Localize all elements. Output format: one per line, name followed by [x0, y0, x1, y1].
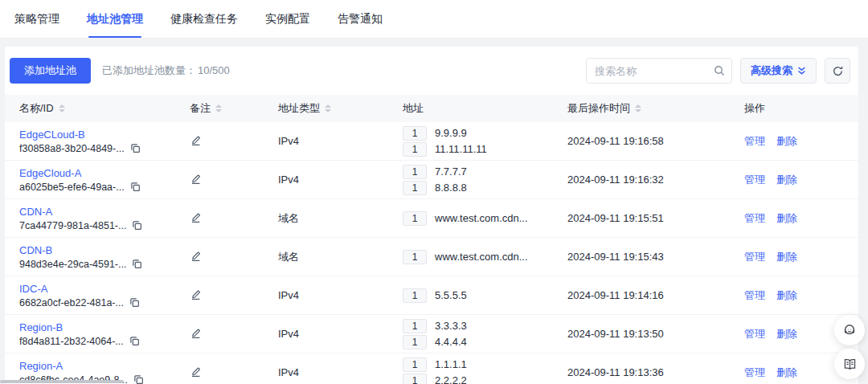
- tab[interactable]: 健康检查任务: [170, 0, 238, 38]
- address-type: IPv4: [264, 135, 388, 147]
- delete-link[interactable]: 删除: [776, 211, 797, 226]
- weight-badge: 1: [403, 181, 427, 195]
- table-row: CDN-B 948d3e4e-29ca-4591-...: [5, 238, 858, 276]
- address-value: www.test.com.cdn...: [435, 212, 528, 224]
- pool-count-label: 已添加地址池数量：: [102, 64, 196, 76]
- address-pool-panel: 添加地址池 已添加地址池数量：10/500 高级搜索: [5, 47, 858, 384]
- address-value: 1.1.1.1: [435, 358, 467, 370]
- copy-icon[interactable]: [130, 143, 141, 153]
- edit-note-icon[interactable]: [190, 366, 202, 378]
- address-entry: 1 www.test.com.cdn...: [403, 250, 553, 264]
- address-value: 3.3.3.3: [435, 320, 467, 332]
- address-entry: 1 2.2.2.2: [403, 374, 553, 384]
- address-entry: 1 3.3.3.3: [403, 319, 553, 333]
- table-header-row: 名称/ID 备注 地址类型 地址 最后操作时间: [5, 95, 858, 122]
- sort-icon[interactable]: [635, 104, 641, 112]
- double-chevron-down-icon: [797, 66, 806, 76]
- edit-note-icon[interactable]: [190, 288, 202, 300]
- customer-service-button[interactable]: [834, 315, 865, 345]
- tab[interactable]: 策略管理: [14, 0, 59, 38]
- sort-icon[interactable]: [325, 104, 331, 112]
- delete-link[interactable]: 删除: [776, 134, 797, 149]
- pool-id: 6682a0cf-eb22-481a-...: [19, 297, 124, 308]
- delete-link[interactable]: 删除: [776, 366, 797, 380]
- address-value: 7.7.7.7: [435, 165, 467, 178]
- tab[interactable]: 实例配置: [265, 0, 310, 38]
- manage-link[interactable]: 管理: [744, 211, 765, 226]
- pool-id: f8d4a811-2b32-4064-...: [19, 336, 124, 347]
- sort-icon[interactable]: [215, 104, 222, 112]
- copy-icon[interactable]: [132, 259, 142, 269]
- address-list: 1 7.7.7.7 1 8.8.8.8: [388, 163, 553, 197]
- column-header-label: 最后操作时间: [567, 101, 630, 116]
- copy-icon[interactable]: [129, 297, 140, 308]
- delete-link[interactable]: 删除: [776, 327, 797, 341]
- add-pool-button[interactable]: 添加地址池: [10, 58, 91, 84]
- horizontal-scrollbar[interactable]: [0, 380, 124, 383]
- toolbar: 添加地址池 已添加地址池数量：10/500 高级搜索: [5, 47, 858, 95]
- search-input[interactable]: [595, 65, 714, 77]
- pool-name-link[interactable]: IDC-A: [19, 283, 175, 295]
- column-header-label: 名称/ID: [19, 101, 54, 116]
- edit-note-icon[interactable]: [190, 211, 202, 223]
- address-list: 1 www.test.com.cdn...: [388, 248, 553, 266]
- copy-icon[interactable]: [133, 374, 144, 384]
- address-list: 1 1.1.1.1 1 2.2.2.2: [388, 356, 553, 384]
- pool-count: 已添加地址池数量：10/500: [102, 63, 230, 78]
- table-row: EdgeCLoud-B f30858a8-3b20-4849-...: [5, 122, 858, 161]
- manage-link[interactable]: 管理: [744, 173, 765, 187]
- delete-link[interactable]: 删除: [776, 288, 797, 303]
- column-header[interactable]: 操作: [730, 101, 858, 116]
- weight-badge: 1: [403, 142, 427, 157]
- address-type: IPv4: [264, 366, 388, 378]
- pool-name-link[interactable]: CDN-B: [19, 244, 175, 256]
- last-operation-time: 2024-09-11 19:14:16: [553, 289, 730, 301]
- tab-label: 策略管理: [14, 12, 59, 27]
- tab[interactable]: 地址池管理: [87, 0, 143, 38]
- delete-link[interactable]: 删除: [776, 173, 797, 187]
- address-type: IPv4: [264, 328, 388, 340]
- column-header[interactable]: 备注: [175, 101, 264, 116]
- address-list: 1 9.9.9.9 1 11.11.11.11: [388, 125, 553, 158]
- manage-link[interactable]: 管理: [744, 327, 765, 341]
- tab-label: 健康检查任务: [170, 12, 238, 27]
- refresh-button[interactable]: [825, 58, 850, 84]
- column-header[interactable]: 地址类型: [264, 101, 388, 116]
- column-header[interactable]: 地址: [388, 101, 553, 116]
- column-header-label: 地址: [403, 101, 424, 116]
- docs-button[interactable]: [834, 349, 865, 379]
- pool-name-link[interactable]: EdgeCloud-A: [19, 167, 175, 179]
- sort-icon[interactable]: [59, 104, 65, 112]
- edit-note-icon[interactable]: [190, 250, 202, 262]
- pool-id: a6025be5-efe6-49aa-...: [19, 182, 125, 193]
- pool-name-link[interactable]: EdgeCLoud-B: [19, 129, 175, 141]
- advanced-search-label: 高级搜索: [751, 63, 792, 78]
- column-header[interactable]: 最后操作时间: [553, 101, 730, 116]
- copy-icon[interactable]: [132, 220, 142, 231]
- edit-note-icon[interactable]: [190, 134, 202, 146]
- advanced-search-button[interactable]: 高级搜索: [740, 58, 817, 84]
- edit-note-icon[interactable]: [190, 327, 202, 339]
- table-row: Region-B f8d4a811-2b32-4064-...: [5, 315, 858, 353]
- manage-link[interactable]: 管理: [744, 250, 765, 264]
- search-box: [586, 58, 732, 84]
- copy-icon[interactable]: [130, 182, 141, 192]
- pool-id: 7ca44779-981a-4851-...: [19, 220, 126, 231]
- address-entry: 1 5.5.5.5: [403, 288, 553, 303]
- tab[interactable]: 告警通知: [338, 0, 383, 38]
- pool-name-link[interactable]: Region-B: [19, 321, 175, 333]
- edit-note-icon[interactable]: [190, 173, 202, 185]
- pool-name-link[interactable]: CDN-A: [19, 206, 175, 218]
- weight-badge: 1: [403, 374, 427, 384]
- manage-link[interactable]: 管理: [744, 134, 765, 149]
- delete-link[interactable]: 删除: [776, 250, 797, 264]
- book-icon: [842, 357, 858, 372]
- address-entry: 1 7.7.7.7: [403, 165, 553, 179]
- manage-link[interactable]: 管理: [744, 288, 765, 303]
- last-operation-time: 2024-09-11 19:16:58: [553, 135, 730, 147]
- manage-link[interactable]: 管理: [744, 366, 765, 380]
- column-header[interactable]: 名称/ID: [5, 101, 175, 116]
- pool-name-link[interactable]: Region-A: [19, 360, 175, 372]
- copy-icon[interactable]: [129, 336, 140, 346]
- search-icon[interactable]: [714, 65, 725, 76]
